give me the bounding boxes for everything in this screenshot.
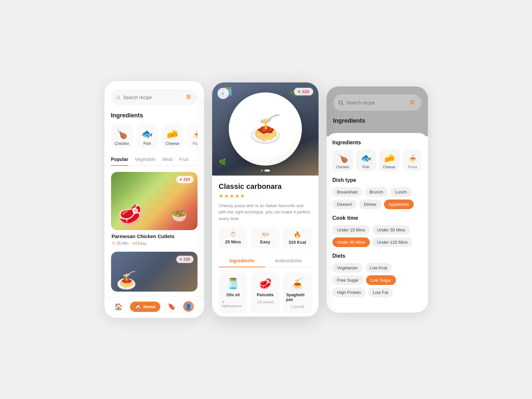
nav-home[interactable]: 🏠 (114, 303, 123, 311)
svg-line-1 (119, 98, 120, 99)
filter-chicken-emoji: 🍗 (337, 153, 348, 163)
spaghetti-emoji: 🍝 (291, 277, 304, 290)
filter-button-1[interactable] (184, 92, 193, 102)
screen2-content: Classic carbonara ★ ★ ★ ★ ★ Cheesy pasta… (212, 176, 319, 317)
filter-chip-cheese[interactable]: 🧀 Cheese (379, 150, 400, 171)
filter-cheese-label: Cheese (383, 165, 396, 169)
tag-appetizers[interactable]: Appetizers (384, 200, 414, 209)
recipe-card-1[interactable]: ♥ 224 🥩 🥗 Parmesan Chicken Cutlets ⏱ 35 … (111, 172, 198, 247)
tag-dinner[interactable]: Dinner (359, 200, 381, 209)
star-1: ★ (219, 193, 223, 199)
tag-free-sugar[interactable]: Free Sugar (332, 275, 363, 285)
tag-breakfast[interactable]: Breackfast (332, 187, 362, 197)
filter-chip-chicken[interactable]: 🍗 Chicken (332, 150, 353, 171)
tag-low-sugar[interactable]: Low Sugar (366, 275, 396, 285)
svg-point-15 (411, 103, 412, 104)
spaghetti-name: Spaghetti pas (286, 293, 309, 302)
tab-vegetable[interactable]: Vegetable (135, 157, 156, 166)
olive-oil-emoji: 🫙 (226, 277, 240, 290)
ingredient-chip-cheese[interactable]: 🧀 Cheese (162, 124, 184, 149)
ingredient-olive-oil: 🫙 Oliv oil 4 tablespoons (219, 273, 248, 313)
tag-under-60[interactable]: Under 60 Mins (332, 237, 370, 247)
filter-cheese-emoji: 🧀 (384, 153, 395, 163)
ingredients-section: Ingredients 🍗 Chicken 🐟 Fish 🧀 Cheese (332, 140, 422, 171)
tag-lunch[interactable]: Lunch (390, 187, 411, 197)
svg-point-8 (339, 101, 342, 104)
tab-meat[interactable]: Meat (162, 157, 173, 166)
pancetta-amount: 1/2 pound (257, 300, 273, 304)
cook-time-section: Cook time Under 15 Mins Under 30 Mins Un… (332, 215, 422, 247)
back-button[interactable]: ‹ (217, 88, 229, 99)
cook-time-title: Cook time (332, 215, 422, 221)
screens-container: Ingredients 🍗 Chicken 🐟 Fish 🧀 Cheese 🍝 … (91, 68, 441, 331)
svg-point-0 (116, 96, 119, 99)
difficulty-icon: 🍽 (262, 231, 268, 238)
dish-type-title: Dish type (332, 177, 422, 183)
search-bar-3[interactable] (333, 94, 421, 111)
screen3-header: Ingredients (327, 86, 428, 136)
saved-icon: 🔖 (168, 303, 176, 311)
olive-oil-name: Oliv oil (226, 293, 240, 297)
tag-brunch[interactable]: Brunch (365, 187, 388, 197)
difficulty-value: Easy (260, 239, 270, 244)
home-active-icon: 🏠 (135, 304, 141, 310)
tag-under-120[interactable]: Under 120 Mins (372, 237, 412, 247)
tag-under-30[interactable]: Under 30 Mins (372, 225, 410, 235)
search-bar-1[interactable] (111, 89, 198, 105)
tag-low-kcal[interactable]: Low Kcal (365, 263, 392, 273)
tab-instructions[interactable]: Instructions (265, 255, 312, 267)
screen3-body: Ingredients 🍗 Chicken 🐟 Fish 🧀 Cheese (327, 133, 428, 310)
svg-point-6 (189, 96, 190, 97)
ingredients-row-1: 🍗 Chicken 🐟 Fish 🧀 Cheese 🍝 Pasta (111, 124, 198, 149)
tag-dessert[interactable]: Dessert (332, 200, 357, 209)
diets-tags: Vegetarian Low Kcal Free Sugar Low Sugar… (332, 263, 422, 297)
screen1-card: Ingredients 🍗 Chicken 🐟 Fish 🧀 Cheese 🍝 … (104, 81, 204, 318)
tag-vegetarian[interactable]: Vegetarian (332, 263, 362, 273)
nav-saved[interactable]: 🔖 (168, 303, 176, 311)
dish-title: Classic carbonara (219, 182, 312, 191)
filter-button-3[interactable] (408, 98, 417, 107)
tag-low-fat[interactable]: Low Fat (368, 288, 393, 297)
chicken-emoji: 🍗 (116, 128, 128, 139)
filter-icon-1 (186, 94, 192, 100)
category-tabs: Popular Vegetable Meat Fruit (111, 157, 198, 166)
filter-chip-pasta[interactable]: 🍝 Pasta (402, 150, 422, 171)
nav-home-label[interactable]: 🏠 Home (130, 302, 160, 312)
recipe-card-2[interactable]: ♥ 328 🍝 (111, 252, 198, 292)
svg-point-5 (187, 95, 188, 96)
time-value: 25 Mins (225, 239, 241, 244)
ingredient-chip-pasta[interactable]: 🍝 Pasta (187, 124, 198, 149)
tag-high-protein[interactable]: High Protein (332, 288, 366, 297)
home-icon: 🏠 (114, 303, 123, 311)
svg-point-7 (188, 98, 189, 99)
ingredient-spaghetti: 🍝 Spaghetti pas 1 pound (283, 273, 312, 313)
star-3: ★ (229, 193, 234, 199)
star-2: ★ (224, 193, 229, 199)
filter-pasta-emoji: 🍝 (407, 153, 418, 163)
ingredient-chip-chicken[interactable]: 🍗 Chicken (111, 124, 133, 149)
tab-popular[interactable]: Popular (111, 157, 128, 166)
search-input-3[interactable] (346, 100, 405, 105)
recipe-meta-1: ⏱ 35 Min 🍽 Easy (112, 241, 197, 246)
heart-badge-2: ♥ 328 (176, 256, 193, 263)
recipe-name-1: Parmesan Chicken Cutlets (112, 233, 197, 239)
filter-chip-fish[interactable]: 🐟 Fish (356, 150, 376, 171)
tab-ingredients[interactable]: Ingredients (219, 255, 265, 267)
search-icon-1 (116, 94, 121, 100)
tab-fruit[interactable]: Fruit (179, 157, 189, 166)
dot-2 (264, 170, 270, 172)
fish-label: Fish (143, 141, 151, 146)
plate-visual: 🍝 (229, 92, 302, 166)
dish-type-section: Dish type Breackfast Brunch Lunch Desser… (332, 177, 422, 209)
recipe-time-1: ⏱ 35 Min (112, 241, 129, 246)
ingredient-chip-fish[interactable]: 🐟 Fish (136, 124, 158, 149)
cheese-emoji: 🧀 (167, 128, 178, 139)
nav-profile[interactable]: 👤 (183, 301, 194, 312)
screen2-card: 🫙 🌿 🍝 🌿 ‹ ♥ 328 Classic carbonara ★ ★ ★ (212, 82, 319, 317)
time-icon: ⏱ (230, 231, 236, 238)
bottom-nav: 🏠 🏠 Home 🔖 👤 (104, 296, 204, 318)
tag-under-15[interactable]: Under 15 Mins (332, 225, 370, 235)
screen3-card: Ingredients Ingredients 🍗 Chicken 🐟 Fish (327, 86, 428, 313)
search-input-1[interactable] (123, 95, 182, 100)
search-icon-3 (338, 100, 344, 106)
